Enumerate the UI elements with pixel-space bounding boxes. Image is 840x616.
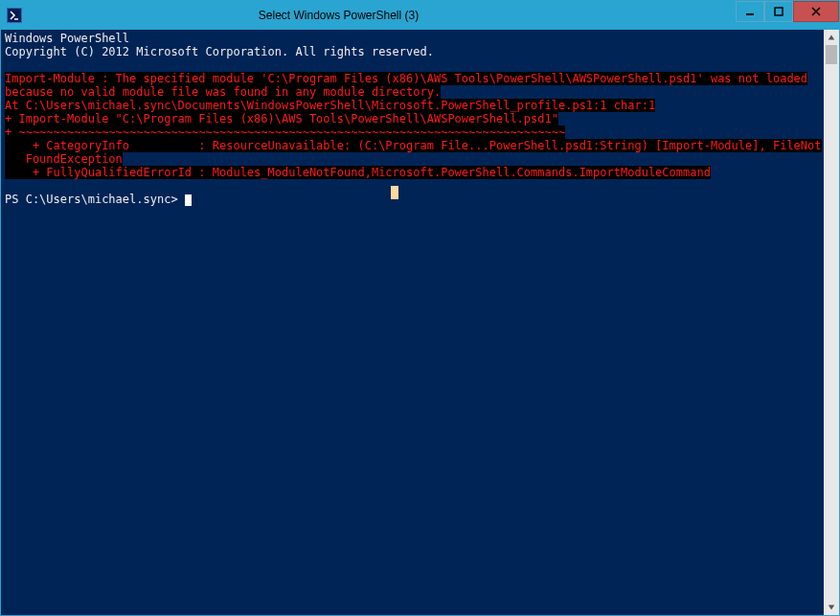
console-header-line1: Windows PowerShell: [5, 32, 129, 45]
selection-cursor: [391, 186, 398, 199]
error-line: + Import-Module "C:\Program Files (x86)\…: [5, 112, 558, 125]
client-area: Windows PowerShell Copyright (C) 2012 Mi…: [1, 30, 839, 615]
minimize-button[interactable]: [736, 1, 764, 22]
text-cursor: [185, 194, 192, 206]
error-line: + ~~~~~~~~~~~~~~~~~~~~~~~~~~~~~~~~~~~~~~…: [5, 125, 565, 139]
console-header-line2: Copyright (C) 2012 Microsoft Corporation…: [5, 45, 434, 58]
svg-rect-1: [775, 8, 783, 15]
prompt: PS C:\Users\michael.sync>: [5, 193, 185, 206]
window-title: Select Windows PowerShell (3): [0, 9, 736, 22]
powershell-window: Select Windows PowerShell (3) Windows Po…: [0, 0, 840, 616]
scroll-down-button[interactable]: [824, 600, 839, 615]
error-line: At C:\Users\michael.sync\Documents\Windo…: [5, 99, 655, 112]
error-line: FoundException: [5, 152, 123, 166]
error-line: because no valid module file was found i…: [5, 85, 441, 99]
vertical-scrollbar[interactable]: [824, 30, 839, 615]
console-output[interactable]: Windows PowerShell Copyright (C) 2012 Mi…: [1, 30, 824, 615]
titlebar[interactable]: Select Windows PowerShell (3): [1, 1, 839, 30]
scroll-up-button[interactable]: [824, 30, 839, 45]
scroll-thumb[interactable]: [826, 45, 837, 64]
scroll-track[interactable]: [824, 45, 839, 600]
close-button[interactable]: [793, 1, 839, 22]
maximize-button[interactable]: [764, 1, 793, 22]
window-controls: [736, 1, 839, 22]
svg-rect-0: [746, 13, 754, 15]
error-line: Import-Module : The specified module 'C:…: [5, 72, 807, 85]
error-line: + FullyQualifiedErrorId : Modules_Module…: [5, 166, 711, 179]
error-line: + CategoryInfo : ResourceUnavailable: (C…: [5, 139, 822, 152]
